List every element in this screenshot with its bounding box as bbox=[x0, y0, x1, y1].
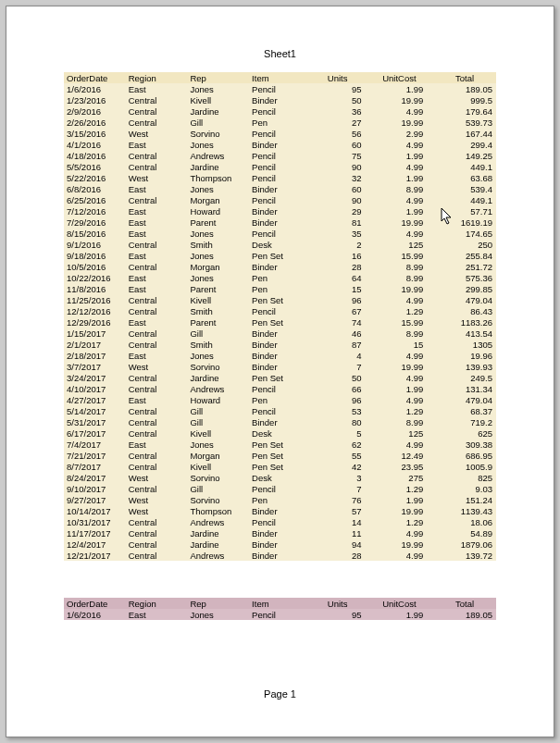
cell-total: 299.4 bbox=[434, 139, 496, 150]
cell-rep: Jardine bbox=[187, 372, 249, 383]
cell-unitcost: 19.99 bbox=[373, 505, 435, 516]
cell-units: 87 bbox=[311, 339, 373, 350]
cell-region: Central bbox=[126, 339, 188, 350]
cell-item: Binder bbox=[249, 350, 311, 361]
cell-units: 28 bbox=[311, 550, 373, 561]
cell-unitcost: 1.99 bbox=[373, 83, 435, 94]
table-row: 12/4/2017CentralJardineBinder9419.991879… bbox=[64, 539, 496, 550]
cell-date: 8/24/2017 bbox=[64, 472, 126, 483]
cell-region: East bbox=[126, 283, 188, 294]
cell-units: 90 bbox=[311, 194, 373, 205]
cell-unitcost: 19.99 bbox=[373, 117, 435, 128]
sheet-title: Sheet1 bbox=[64, 48, 496, 59]
cell-unitcost: 12.49 bbox=[373, 450, 435, 461]
cell-units: 50 bbox=[311, 372, 373, 383]
cell-region: West bbox=[126, 128, 188, 139]
cell-units: 96 bbox=[311, 294, 373, 305]
cell-unitcost: 19.99 bbox=[373, 94, 435, 105]
cell-date: 1/6/2016 bbox=[64, 83, 126, 94]
cell-rep: Parent bbox=[187, 283, 249, 294]
print-preview-page: Sheet1 OrderDateRegionRepItemUnitsUnitCo… bbox=[6, 6, 554, 737]
table-row: 11/25/2016CentralKivellPen Set964.99479.… bbox=[64, 294, 496, 305]
cell-date: 4/27/2017 bbox=[64, 394, 126, 405]
table-row: 1/6/2016EastJonesPencil951.99189.05 bbox=[64, 83, 496, 94]
cell-item: Desk bbox=[249, 472, 311, 483]
cell-date: 7/29/2016 bbox=[64, 217, 126, 228]
cell-rep: Morgan bbox=[187, 450, 249, 461]
cell-date: 1/23/2016 bbox=[64, 94, 126, 105]
cell-total: 251.72 bbox=[434, 261, 496, 272]
cell-item: Binder bbox=[249, 261, 311, 272]
cell-item: Pen bbox=[249, 272, 311, 283]
cell-rep: Jones bbox=[187, 139, 249, 150]
cell-region: East bbox=[126, 350, 188, 361]
cell-item: Binder bbox=[249, 539, 311, 550]
table-row: 3/15/2016WestSorvinoPencil562.99167.44 bbox=[64, 128, 496, 139]
cell-unitcost: 4.99 bbox=[373, 194, 435, 205]
cell-unitcost: 8.99 bbox=[373, 261, 435, 272]
cell-item: Pencil bbox=[249, 83, 311, 94]
cell-region: East bbox=[126, 217, 188, 228]
cell-units: 95 bbox=[311, 83, 373, 94]
rep-header: Rep bbox=[187, 598, 249, 609]
cell-total: 19.96 bbox=[434, 350, 496, 361]
cell-unitcost: 1.29 bbox=[373, 516, 435, 527]
cell-item: Binder bbox=[249, 139, 311, 150]
cell-region: Central bbox=[126, 294, 188, 305]
cell-region: Central bbox=[126, 372, 188, 383]
cell-region: Central bbox=[126, 405, 188, 416]
cell-units: 90 bbox=[311, 161, 373, 172]
cell-unitcost: 1.99 bbox=[373, 609, 435, 620]
cell-item: Pencil bbox=[249, 483, 311, 494]
table-row: 7/4/2017EastJonesPen Set624.99309.38 bbox=[64, 439, 496, 450]
cell-units: 74 bbox=[311, 316, 373, 328]
cell-total: 151.24 bbox=[434, 494, 496, 505]
cell-item: Pencil bbox=[249, 172, 311, 183]
cell-item: Pencil bbox=[249, 128, 311, 139]
cell-region: Central bbox=[126, 161, 188, 172]
cell-date: 2/1/2017 bbox=[64, 339, 126, 350]
cell-item: Binder bbox=[249, 361, 311, 372]
cell-rep: Smith bbox=[187, 339, 249, 350]
cell-region: East bbox=[126, 183, 188, 194]
cell-region: East bbox=[126, 272, 188, 283]
cell-rep: Gill bbox=[187, 405, 249, 416]
cell-item: Pencil bbox=[249, 305, 311, 316]
cell-units: 50 bbox=[311, 94, 373, 105]
table-row: 10/31/2017CentralAndrewsPencil141.2918.0… bbox=[64, 516, 496, 527]
table-row: 3/24/2017CentralJardinePen Set504.99249.… bbox=[64, 372, 496, 383]
cell-date: 3/15/2016 bbox=[64, 128, 126, 139]
table-row: 9/27/2017WestSorvinoPen761.99151.24 bbox=[64, 494, 496, 505]
cell-total: 1005.9 bbox=[434, 461, 496, 472]
cell-units: 55 bbox=[311, 450, 373, 461]
cell-unitcost: 1.29 bbox=[373, 405, 435, 416]
table-row: 11/17/2017CentralJardineBinder114.9954.8… bbox=[64, 527, 496, 539]
cell-date: 9/1/2016 bbox=[64, 239, 126, 250]
cell-region: East bbox=[126, 83, 188, 94]
cell-total: 625 bbox=[434, 427, 496, 439]
cell-total: 149.25 bbox=[434, 150, 496, 161]
cell-units: 2 bbox=[311, 239, 373, 250]
cell-total: 131.34 bbox=[434, 383, 496, 394]
cell-unitcost: 8.99 bbox=[373, 183, 435, 194]
cell-units: 46 bbox=[311, 328, 373, 339]
cell-units: 60 bbox=[311, 183, 373, 194]
orderdate-header: OrderDate bbox=[64, 598, 126, 609]
cell-item: Pencil bbox=[249, 194, 311, 205]
cell-units: 80 bbox=[311, 416, 373, 427]
table-row: 7/29/2016EastParentBinder8119.991619.19 bbox=[64, 217, 496, 228]
cell-item: Pencil bbox=[249, 161, 311, 172]
cell-item: Pencil bbox=[249, 228, 311, 239]
cell-item: Desk bbox=[249, 427, 311, 439]
cell-unitcost: 19.99 bbox=[373, 283, 435, 294]
table-row: 7/12/2016EastHowardBinder291.9957.71 bbox=[64, 205, 496, 217]
cell-rep: Jones bbox=[187, 609, 249, 620]
cell-date: 5/31/2017 bbox=[64, 416, 126, 427]
table-row: 12/21/2017CentralAndrewsBinder284.99139.… bbox=[64, 550, 496, 561]
cell-unitcost: 4.99 bbox=[373, 550, 435, 561]
cell-total: 189.05 bbox=[434, 609, 496, 620]
cell-rep: Andrews bbox=[187, 550, 249, 561]
cell-unitcost: 15.99 bbox=[373, 316, 435, 328]
cell-region: East bbox=[126, 205, 188, 217]
cell-total: 63.68 bbox=[434, 172, 496, 183]
